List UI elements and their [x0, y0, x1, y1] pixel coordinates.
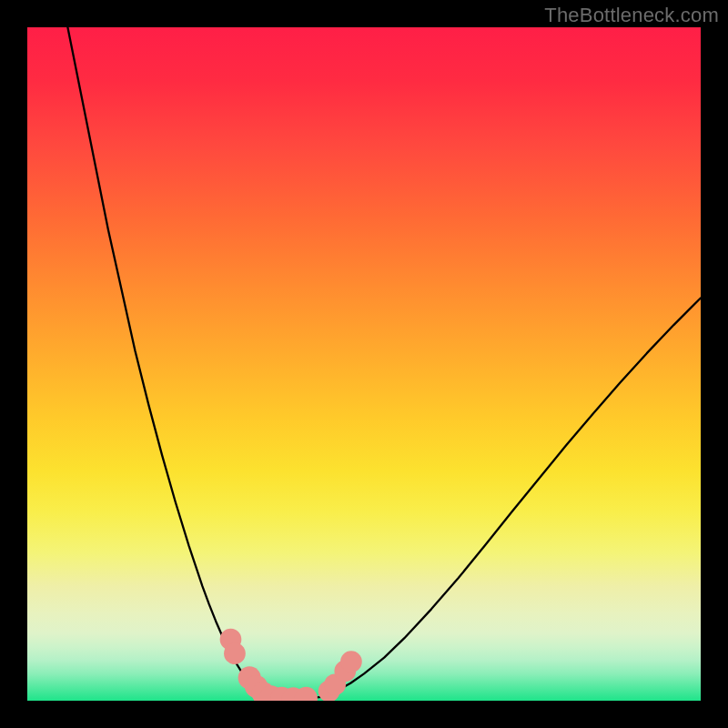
- marker-layer: [220, 629, 362, 701]
- series-left-curve: [67, 27, 263, 697]
- chart-svg: [27, 27, 701, 701]
- watermark-text: TheBottleneck.com: [544, 4, 719, 27]
- chart-frame: TheBottleneck.com: [0, 0, 728, 728]
- series-right-curve: [324, 298, 701, 696]
- line-layer: [67, 27, 701, 699]
- left-marker-2: [224, 642, 246, 664]
- plot-area: [27, 27, 701, 701]
- right-marker-4: [340, 651, 362, 672]
